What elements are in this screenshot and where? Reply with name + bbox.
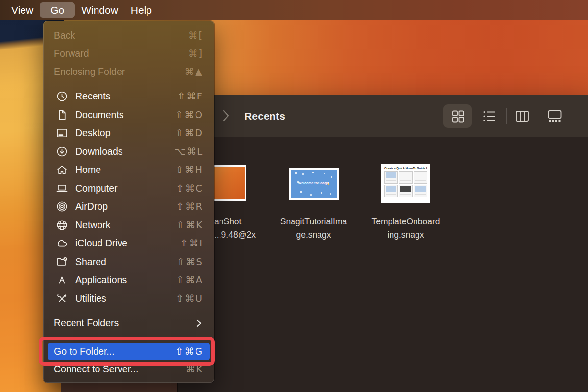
submenu-chevron-icon xyxy=(195,318,203,328)
window-title: Recents xyxy=(245,110,285,122)
menu-item-desktop[interactable]: Desktop ⇧⌘D xyxy=(43,124,214,143)
menu-separator xyxy=(54,311,203,311)
downloads-icon xyxy=(54,146,70,158)
menu-bar: View Go Window Help xyxy=(0,0,588,20)
annotation-highlight-rectangle xyxy=(39,337,215,366)
menu-item-forward: Forward ⌘] xyxy=(43,45,214,63)
clock-icon xyxy=(54,90,70,102)
menu-item-icloud-drive[interactable]: iCloud Drive ⇧⌘I xyxy=(43,234,214,253)
toolbar-separator xyxy=(539,108,539,124)
document-icon xyxy=(54,109,70,121)
menu-item-recents[interactable]: Recents ⇧⌘F xyxy=(43,87,214,106)
toolbar-separator xyxy=(506,108,507,124)
home-icon xyxy=(54,164,70,176)
grid-view-icon xyxy=(451,110,465,123)
menu-item-airdrop[interactable]: AirDrop ⇧⌘R xyxy=(43,197,214,216)
view-columns-button[interactable] xyxy=(508,104,537,128)
menu-item-enclosing-folder: Enclosing Folder ⌘▲ xyxy=(43,63,214,81)
file-label[interactable]: anShot ...9.48@2x xyxy=(214,215,256,242)
menubar-item-view[interactable]: View xyxy=(5,2,40,18)
menu-item-back: Back ⌘[ xyxy=(43,26,214,45)
menu-item-documents[interactable]: Documents ⇧⌘O xyxy=(43,106,214,124)
computer-icon xyxy=(54,182,70,195)
file-thumbnail-snagit-tutorial[interactable]: Welcome to Snagit xyxy=(289,168,339,200)
file-thumbnail-template-onboarding[interactable]: Create a Quick How-To Guide from a Templ… xyxy=(381,164,430,203)
go-menu-dropdown: Back ⌘[ Forward ⌘] Enclosing Folder ⌘▲ R… xyxy=(43,21,214,383)
menu-separator xyxy=(54,84,203,84)
menu-item-computer[interactable]: Computer ⇧⌘C xyxy=(43,179,214,198)
file-label[interactable]: TemplateOnboard ing.snagx xyxy=(357,215,455,242)
forward-chevron-icon[interactable] xyxy=(220,108,231,123)
menu-item-network[interactable]: Network ⇧⌘K xyxy=(43,216,214,235)
list-view-icon xyxy=(483,110,496,122)
menu-item-downloads[interactable]: Downloads ⌥⌘L xyxy=(43,143,214,161)
file-label[interactable]: SnagitTutorialIma ge.snagx xyxy=(265,215,363,242)
menu-item-applications[interactable]: Applications ⇧⌘A xyxy=(43,271,214,290)
airdrop-icon xyxy=(54,200,70,213)
view-grid-button[interactable] xyxy=(443,104,472,128)
gallery-view-icon xyxy=(547,110,562,122)
menubar-item-help[interactable]: Help xyxy=(124,2,158,18)
view-list-button[interactable] xyxy=(475,104,504,128)
menu-item-home[interactable]: Home ⇧⌘H xyxy=(43,161,214,179)
network-icon xyxy=(54,219,70,231)
menu-item-recent-folders[interactable]: Recent Folders xyxy=(43,314,214,332)
columns-view-icon xyxy=(515,110,529,122)
menubar-item-window[interactable]: Window xyxy=(75,2,124,18)
shared-folder-icon xyxy=(54,256,70,268)
applications-icon xyxy=(54,274,70,286)
menu-item-utilities[interactable]: Utilities ⇧⌘U xyxy=(43,290,214,308)
icloud-icon xyxy=(54,237,70,249)
desktop-icon xyxy=(54,127,70,139)
utilities-icon xyxy=(54,293,70,305)
menubar-item-go[interactable]: Go xyxy=(40,2,75,18)
menu-item-shared[interactable]: Shared ⇧⌘S xyxy=(43,253,214,271)
view-gallery-button[interactable] xyxy=(540,104,569,128)
